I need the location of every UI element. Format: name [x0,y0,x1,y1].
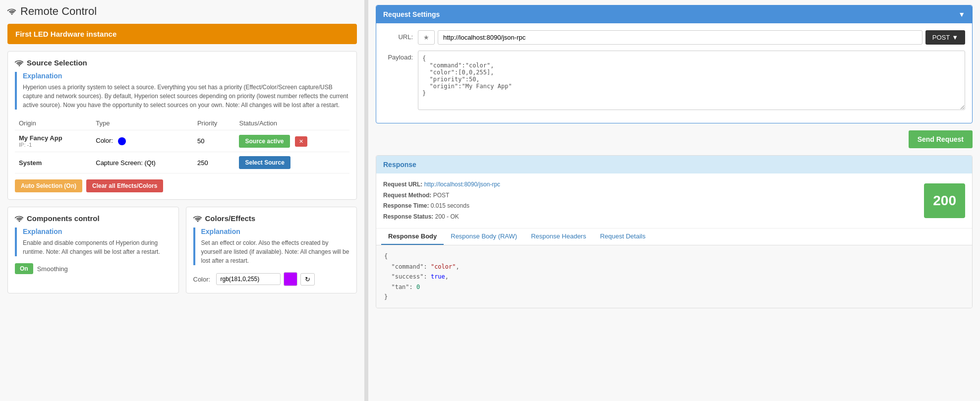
request-settings-body: URL: ★ POST ▼ Payload: { "command":"colo… [376,23,972,123]
request-settings-title: Request Settings [383,10,440,18]
source-selection-title: Source Selection [27,58,87,67]
source-priority-2: 250 [193,152,235,173]
dropdown-arrow-icon: ▼ [952,34,958,41]
table-row: System Capture Screen: (Qt) 250 Select S… [15,152,349,173]
colors-explanation-block: Explanation Set an effect or color. Also… [193,228,350,265]
payload-row: Payload: { "command":"color", "color":[0… [383,51,965,110]
url-row: URL: ★ POST ▼ [383,30,965,45]
source-selection-card: Source Selection Explanation Hyperion us… [7,51,357,200]
colors-effects-card: Colors/Effects Explanation Set an effect… [186,207,357,293]
delete-source-button-1[interactable]: ✕ [295,136,307,147]
colors-explanation-text: Set an effect or color. Also the effects… [201,238,350,265]
url-input-wrap: ★ POST ▼ [418,30,965,45]
response-card: Response Request URL: http://localhost:8… [376,155,973,308]
source-ip-1: IP: -1 [19,142,88,148]
components-explanation-title: Explanation [23,228,172,235]
source-action-row: Auto Selection (On) Clear all Effects/Co… [15,179,349,192]
color-swatch[interactable] [284,272,297,286]
source-priority-1: 50 [193,130,235,152]
tab-response-body[interactable]: Response Body [381,229,444,245]
post-button[interactable]: POST ▼ [925,30,965,45]
components-wifi-icon [15,215,24,222]
components-title: Components control [27,214,100,223]
colors-wifi-icon [193,215,202,222]
right-panel: Request Settings ▼ URL: ★ POST ▼ Payload… [368,0,980,401]
response-time-value: 0.015 seconds [431,202,469,209]
color-row: Color: ↻ [193,272,350,286]
status-badge-200: 200 [924,183,965,218]
col-status: Status/Action [235,116,349,130]
color-input[interactable] [216,273,281,285]
on-toggle-button[interactable]: On [15,263,33,274]
send-request-button[interactable]: Send Request [909,130,973,148]
clear-effects-button[interactable]: Clear all Effects/Colors [86,179,163,192]
select-source-button[interactable]: Select Source [239,156,290,169]
table-row: My Fancy App IP: -1 Color: 50 Source act… [15,130,349,152]
source-selection-title-row: Source Selection [15,58,349,67]
response-tabs: Response Body Response Body (RAW) Respon… [376,229,972,245]
source-table: Origin Type Priority Status/Action My Fa… [15,116,349,173]
tab-request-details[interactable]: Request Details [593,229,652,245]
request-url-value[interactable]: http://localhost:8090/json-rpc [424,181,500,188]
payload-textarea[interactable]: { "command":"color", "color":[0,0,255], … [418,51,965,110]
response-time-label: Response Time: [383,202,429,209]
color-label: Color: [193,276,213,283]
response-status-label: Response Status: [383,213,433,220]
divider [364,0,368,401]
source-name-2: System [19,159,88,167]
tab-response-headers[interactable]: Response Headers [524,229,593,245]
payload-label: Payload: [383,51,413,61]
request-url-label: Request URL: [383,181,422,188]
source-explanation-text: Hyperion uses a priority system to selec… [23,83,349,110]
left-panel: Remote Control First LED Hardware instan… [0,0,364,401]
response-body-code: { "command": "color", "success": true, "… [376,245,972,308]
request-settings-card: Request Settings ▼ URL: ★ POST ▼ Payload… [376,5,973,123]
response-meta: Request URL: http://localhost:8090/json-… [376,173,972,229]
colors-title-row: Colors/Effects [193,214,350,223]
source-type-2: Capture Screen: (Qt) [92,152,193,173]
colors-title: Colors/Effects [205,214,256,223]
response-meta-text: Request URL: http://localhost:8090/json-… [383,179,500,222]
url-label: URL: [383,30,413,41]
source-explanation-title: Explanation [23,72,349,80]
source-active-button[interactable]: Source active [239,135,289,148]
response-status-value: 200 - OK [435,213,459,220]
col-origin: Origin [15,116,92,130]
smoothing-row: On Smoothing [15,263,172,274]
star-button[interactable]: ★ [418,30,435,45]
request-method-value: POST [433,192,450,199]
response-header: Response [376,156,972,173]
col-priority: Priority [193,116,235,130]
components-title-row: Components control [15,214,172,223]
page-title-row: Remote Control [7,5,357,18]
bottom-panels: Components control Explanation Enable an… [7,207,357,293]
page-title: Remote Control [20,5,97,18]
source-type-1: Color: [96,137,113,144]
colors-explanation-title: Explanation [201,228,350,235]
smoothing-label: Smoothing [37,265,68,273]
source-name-1: My Fancy App [19,134,88,142]
components-control-card: Components control Explanation Enable an… [7,207,179,293]
request-method-label: Request Method: [383,192,431,199]
chevron-down-icon[interactable]: ▼ [958,10,965,18]
components-explanation-text: Enable and disable components of Hyperio… [23,238,172,256]
color-dot-1 [118,137,126,145]
url-input[interactable] [438,30,922,45]
source-explanation-block: Explanation Hyperion uses a priority sys… [15,72,349,110]
tab-response-body-raw[interactable]: Response Body (RAW) [444,229,524,245]
instance-banner: First LED Hardware instance [7,24,357,44]
col-type: Type [92,116,193,130]
color-refresh-button[interactable]: ↻ [300,273,315,286]
components-explanation-block: Explanation Enable and disable component… [15,228,172,256]
send-request-row: Send Request [376,130,973,148]
response-title: Response [383,161,416,169]
request-settings-header: Request Settings ▼ [376,5,972,23]
wifi-icon [7,8,16,15]
auto-selection-button[interactable]: Auto Selection (On) [15,179,82,192]
source-wifi-icon [15,59,24,66]
